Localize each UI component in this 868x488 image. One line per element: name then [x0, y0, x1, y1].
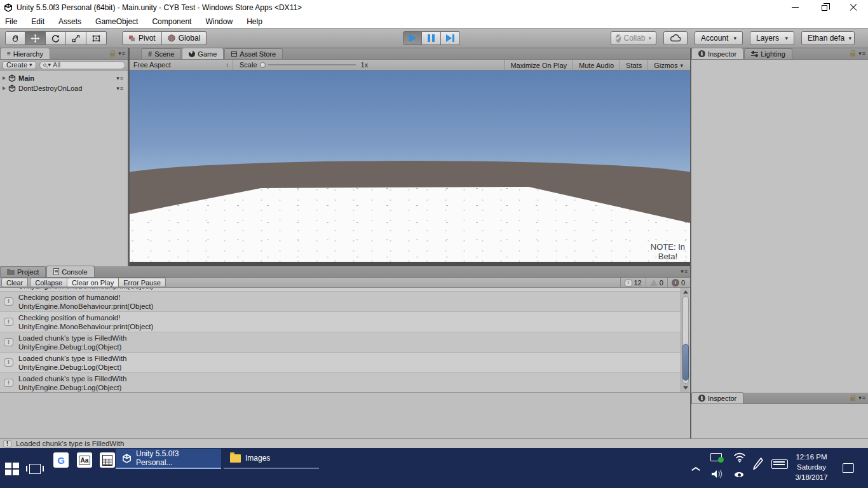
tab-scene[interactable]: Scene [141, 48, 181, 59]
log-entry[interactable]: Checking position of humanoid!UnityEngin… [0, 292, 690, 312]
pen-icon[interactable] [752, 457, 764, 471]
unity-icon [122, 454, 132, 463]
rotate-tool-button[interactable] [46, 31, 66, 45]
scale-value: 1x [361, 61, 369, 69]
hierarchy-item-dontdestroyonload[interactable]: DontDestroyOnLoad [0, 83, 128, 93]
tab-inspector-secondary[interactable]: Inspector [691, 392, 743, 403]
pane-menu-icon[interactable] [118, 50, 126, 57]
log-entry[interactable]: Loaded chunk's type is FilledWithUnityEn… [0, 332, 690, 353]
collab-button[interactable]: Collab ▾ [611, 31, 656, 45]
beta-note-text: NOTE: In Beta! [651, 242, 685, 261]
menu-help[interactable]: Help [247, 17, 262, 26]
play-button[interactable] [403, 31, 422, 45]
rect-tool-button[interactable] [86, 31, 107, 45]
scroll-up-icon[interactable] [683, 290, 688, 294]
account-label: Account [701, 34, 728, 43]
layers-dropdown[interactable]: Layers ▾ [750, 31, 794, 45]
step-button[interactable] [441, 31, 460, 45]
message-count-toggle[interactable]: 12 [620, 278, 646, 288]
scale-tool-button[interactable] [66, 31, 86, 45]
hierarchy-search-input[interactable]: ▾ All [39, 61, 125, 69]
display-tray-icon[interactable] [710, 453, 722, 461]
pane-menu-icon[interactable] [858, 395, 866, 401]
calculator-taskbar-button[interactable] [100, 452, 115, 468]
error-pause-button[interactable]: Error Pause [119, 278, 166, 287]
collapse-button[interactable]: Collapse [30, 278, 67, 287]
hierarchy-item-main[interactable]: Main [0, 73, 128, 83]
tab-console[interactable]: Console [46, 266, 94, 277]
panel-splitter[interactable] [130, 262, 690, 266]
scale-slider-knob[interactable] [260, 62, 266, 68]
mute-audio-button[interactable]: Mute Audio [573, 60, 620, 71]
error-count-toggle[interactable]: 0 [667, 278, 689, 288]
scroll-down-icon[interactable] [683, 386, 688, 390]
cloud-button[interactable] [663, 31, 688, 45]
game-viewport[interactable]: NOTE: In Beta! [130, 71, 690, 262]
log-entry[interactable]: Loaded chunk's type is FilledWithUnityEn… [0, 373, 690, 392]
scene-menu-icon[interactable] [116, 85, 124, 92]
tray-chevron-icon[interactable] [691, 466, 698, 470]
restore-button[interactable] [810, 0, 839, 15]
pane-menu-icon[interactable] [858, 50, 866, 57]
gizmos-dropdown[interactable]: Gizmos ▾ [648, 60, 689, 71]
expand-arrow-icon[interactable] [3, 86, 6, 90]
volume-icon[interactable] [710, 469, 723, 479]
tab-inspector[interactable]: Inspector [691, 48, 743, 59]
menu-gameobject[interactable]: GameObject [95, 17, 138, 26]
tab-game[interactable]: Game [182, 48, 224, 59]
menu-component[interactable]: Component [152, 17, 191, 26]
chrome-taskbar-button[interactable]: G [53, 452, 69, 468]
action-center-icon[interactable] [843, 463, 854, 473]
pane-menu-icon[interactable] [681, 268, 688, 274]
tab-lighting[interactable]: Lighting [744, 48, 792, 59]
scene-menu-icon[interactable] [116, 75, 124, 81]
clear-button[interactable]: Clear [1, 278, 28, 287]
lock-icon[interactable] [110, 53, 115, 57]
pause-button[interactable] [422, 31, 441, 45]
move-tool-button[interactable] [25, 31, 46, 45]
stats-label: Stats [626, 62, 642, 69]
pivot-toggle-button[interactable]: Pivot [122, 31, 162, 45]
menu-file[interactable]: File [5, 17, 17, 26]
unity-task-button[interactable]: Unity 5.5.0f3 Personal... [116, 449, 221, 469]
global-toggle-button[interactable]: Global [162, 31, 207, 45]
start-button[interactable] [5, 463, 20, 477]
menu-edit[interactable]: Edit [31, 17, 44, 26]
lock-icon[interactable] [850, 53, 855, 57]
search-icon [43, 64, 46, 67]
minimize-button[interactable] [780, 0, 810, 15]
layout-dropdown[interactable]: Ethan defa ▾ [801, 31, 855, 45]
wifi-icon[interactable] [733, 451, 746, 464]
warning-count-toggle[interactable]: 0 [646, 278, 667, 288]
tab-asset-store[interactable]: Asset Store [224, 48, 283, 59]
hand-tool-button[interactable] [5, 31, 25, 45]
status-bar[interactable]: Loaded chunk's type is FilledWith [0, 438, 868, 448]
lock-icon[interactable] [850, 397, 855, 401]
menu-assets[interactable]: Assets [58, 17, 81, 26]
aspect-dropdown[interactable]: Free Aspect [130, 60, 233, 70]
keyboard-icon[interactable] [771, 459, 788, 469]
clear-on-play-button[interactable]: Clear on Play [67, 278, 119, 287]
scale-slider-track[interactable] [268, 64, 356, 65]
message-count: 12 [634, 279, 642, 287]
scrollbar-thumb[interactable] [682, 344, 689, 381]
taskbar-clock[interactable]: 12:16 PM Saturday 3/18/2017 [789, 452, 834, 482]
dictionary-taskbar-button[interactable]: Aa [77, 452, 92, 468]
unity-task-label: Unity 5.5.0f3 Personal... [136, 449, 215, 467]
create-button[interactable]: Create ▾ [3, 61, 36, 69]
close-button[interactable] [839, 0, 868, 15]
menu-window[interactable]: Window [205, 17, 233, 26]
tab-project[interactable]: Project [0, 266, 46, 277]
account-caret-icon: ▾ [733, 35, 736, 41]
maximize-on-play-button[interactable]: Maximize On Play [504, 60, 573, 71]
tab-hierarchy[interactable]: Hierarchy [0, 48, 50, 59]
log-entry[interactable]: Loaded chunk's type is FilledWithUnityEn… [0, 353, 690, 373]
stats-button[interactable]: Stats [620, 60, 648, 71]
task-view-button[interactable] [29, 464, 41, 474]
log-entry[interactable]: Checking position of humanoid!UnityEngin… [0, 312, 690, 332]
close-icon [850, 4, 857, 11]
console-scrollbar[interactable] [681, 288, 689, 392]
expand-arrow-icon[interactable] [3, 76, 6, 80]
images-task-button[interactable]: Images [224, 449, 319, 469]
account-dropdown[interactable]: Account ▾ [695, 31, 743, 45]
